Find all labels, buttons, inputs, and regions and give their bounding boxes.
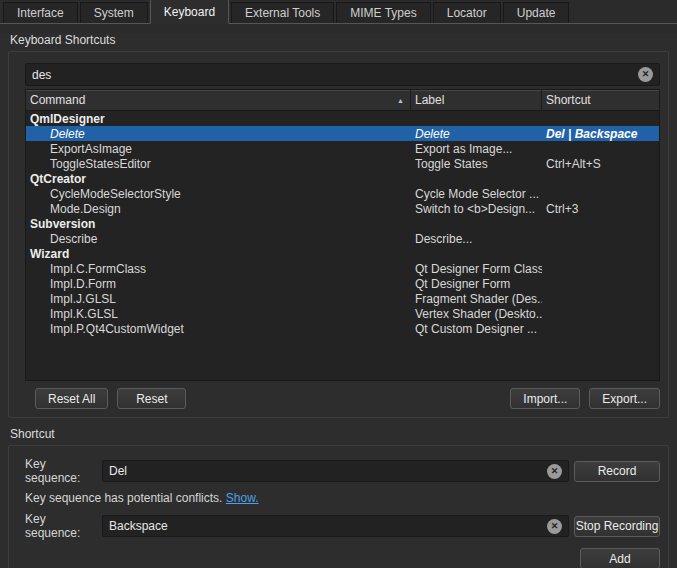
table-row[interactable]: CycleModeSelectorStyleCycle Mode Selecto… — [26, 186, 659, 201]
shortcut-filter-input[interactable] — [32, 68, 638, 82]
tab-update[interactable]: Update — [503, 2, 570, 23]
shortcut-cell: Ctrl+3 — [542, 202, 659, 216]
label-cell: Fragment Shader (Des... — [411, 292, 542, 306]
key-sequence-row-1: Key sequence: ✕ Record — [25, 457, 660, 485]
key-sequence-label-1: Key sequence: — [25, 457, 102, 485]
label-cell: Toggle States — [411, 157, 542, 171]
column-header-shortcut-text: Shortcut — [546, 93, 591, 107]
column-header-label-text: Label — [415, 93, 444, 107]
command-cell: Impl.D.Form — [26, 277, 411, 291]
table-group-row[interactable]: Subversion — [26, 216, 659, 231]
table-group-row[interactable]: Wizard — [26, 246, 659, 261]
label-cell: Delete — [411, 127, 542, 141]
tab-locator[interactable]: Locator — [433, 2, 501, 23]
import-button[interactable]: Import... — [510, 388, 580, 409]
table-row[interactable]: DescribeDescribe... — [26, 231, 659, 246]
command-cell: Impl.C.FormClass — [26, 262, 411, 276]
command-cell: QmlDesigner — [26, 112, 411, 126]
label-cell: Describe... — [411, 232, 542, 246]
command-cell: ExportAsImage — [26, 142, 411, 156]
table-group-row[interactable]: QtCreator — [26, 171, 659, 186]
column-header-label[interactable]: Label — [411, 90, 542, 110]
command-cell: Impl.K.GLSL — [26, 307, 411, 321]
sort-ascending-icon: ▲ — [397, 97, 404, 104]
shortcut-cell: Ctrl+Alt+S — [542, 157, 659, 171]
command-cell: Delete — [26, 127, 411, 141]
label-cell: Qt Designer Form Class — [411, 262, 542, 276]
clear-key-sequence-2-icon[interactable]: ✕ — [547, 519, 562, 534]
tab-external-tools[interactable]: External Tools — [231, 2, 334, 23]
shortcut-group-title: Shortcut — [10, 427, 677, 441]
column-header-command[interactable]: Command ▲ — [26, 90, 411, 110]
tab-keyboard[interactable]: Keyboard — [150, 0, 229, 24]
label-cell: Cycle Mode Selector ... — [411, 187, 542, 201]
shortcut-group-box: Key sequence: ✕ Record Key sequence has … — [8, 445, 669, 568]
key-sequence-label-2: Key sequence: — [25, 512, 102, 540]
clear-filter-icon[interactable]: ✕ — [638, 67, 653, 82]
label-cell: Vertex Shader (Deskto... — [411, 307, 542, 321]
command-cell: ToggleStatesEditor — [26, 157, 411, 171]
table-row[interactable]: Impl.P.Qt4CustomWidgetQt Custom Designer… — [26, 321, 659, 336]
command-cell: Wizard — [26, 247, 411, 261]
key-sequence-input-2[interactable] — [109, 519, 547, 533]
keyboard-shortcuts-group-title: Keyboard Shortcuts — [10, 33, 677, 47]
command-cell: Subversion — [26, 217, 411, 231]
shortcut-filter-field[interactable]: ✕ — [25, 63, 660, 86]
table-row[interactable]: Impl.C.FormClassQt Designer Form Class — [26, 261, 659, 276]
key-sequence-field-1[interactable]: ✕ — [102, 460, 569, 482]
table-row[interactable]: ToggleStatesEditorToggle StatesCtrl+Alt+… — [26, 156, 659, 171]
table-row[interactable]: DeleteDeleteDel | Backspace — [26, 126, 659, 141]
tab-interface[interactable]: Interface — [3, 2, 78, 23]
show-conflicts-link[interactable]: Show. — [226, 491, 259, 505]
shortcut-table-header: Command ▲ Label Shortcut — [26, 90, 659, 111]
table-row[interactable]: Impl.D.FormQt Designer Form — [26, 276, 659, 291]
table-row[interactable]: Impl.J.GLSLFragment Shader (Des... — [26, 291, 659, 306]
label-cell: Qt Custom Designer ... — [411, 322, 542, 336]
command-cell: QtCreator — [26, 172, 411, 186]
label-cell: Export as Image... — [411, 142, 542, 156]
shortcut-cell: Del | Backspace — [542, 127, 659, 141]
column-header-shortcut[interactable]: Shortcut — [542, 90, 659, 110]
key-sequence-field-2[interactable]: ✕ — [102, 515, 569, 537]
command-cell: Mode.Design — [26, 202, 411, 216]
shortcut-table-body: QmlDesignerDeleteDeleteDel | BackspaceEx… — [26, 111, 659, 380]
command-cell: Impl.P.Qt4CustomWidget — [26, 322, 411, 336]
record-button[interactable]: Record — [574, 461, 660, 482]
command-cell: Describe — [26, 232, 411, 246]
shortcut-table[interactable]: Command ▲ Label Shortcut QmlDesignerDele… — [25, 89, 660, 381]
keyboard-shortcuts-group-box: ✕ Command ▲ Label Shortcut QmlDesignerDe… — [8, 51, 669, 418]
export-button[interactable]: Export... — [589, 388, 660, 409]
table-group-row[interactable]: QmlDesigner — [26, 111, 659, 126]
stop-recording-button[interactable]: Stop Recording — [574, 516, 660, 537]
table-row[interactable]: Mode.DesignSwitch to <b>Design...Ctrl+3 — [26, 201, 659, 216]
label-cell: Qt Designer Form — [411, 277, 542, 291]
keyboard-settings-pane: Keyboard Shortcuts ✕ Command ▲ Label Sho… — [0, 33, 677, 568]
key-sequence-row-2: Key sequence: ✕ Stop Recording — [25, 512, 660, 540]
key-sequence-input-1[interactable] — [109, 464, 547, 478]
tab-mime-types[interactable]: MIME Types — [336, 2, 430, 23]
conflict-warning: Key sequence has potential conflicts. Sh… — [25, 491, 660, 505]
add-row: Add — [25, 548, 660, 568]
table-row[interactable]: ExportAsImageExport as Image... — [26, 141, 659, 156]
table-buttons-row: Reset All Reset Import... Export... — [25, 388, 660, 409]
command-cell: Impl.J.GLSL — [26, 292, 411, 306]
conflict-warning-text: Key sequence has potential conflicts. — [25, 491, 222, 505]
reset-button[interactable]: Reset — [117, 388, 186, 409]
table-row[interactable]: Impl.K.GLSLVertex Shader (Deskto... — [26, 306, 659, 321]
add-button[interactable]: Add — [580, 548, 660, 568]
reset-all-button[interactable]: Reset All — [35, 388, 108, 409]
tab-system[interactable]: System — [80, 2, 148, 23]
settings-tab-bar: Interface System Keyboard External Tools… — [0, 0, 677, 24]
command-cell: CycleModeSelectorStyle — [26, 187, 411, 201]
clear-key-sequence-1-icon[interactable]: ✕ — [547, 464, 562, 479]
column-header-command-label: Command — [30, 93, 85, 107]
label-cell: Switch to <b>Design... — [411, 202, 542, 216]
